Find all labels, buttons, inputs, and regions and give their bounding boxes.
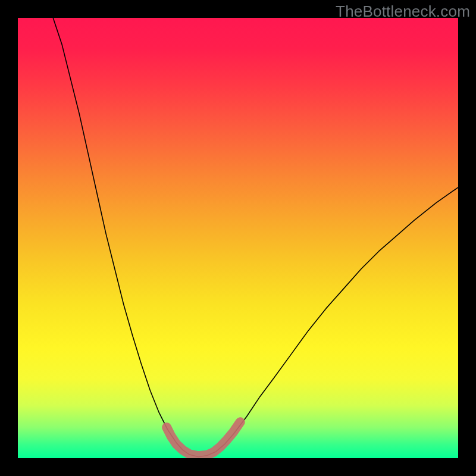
chart-svg: [18, 18, 458, 458]
chart-frame: TheBottleneck.com: [0, 0, 476, 476]
plot-area: [18, 18, 458, 458]
heat-background: [18, 18, 458, 458]
watermark-text: TheBottleneck.com: [336, 2, 470, 21]
